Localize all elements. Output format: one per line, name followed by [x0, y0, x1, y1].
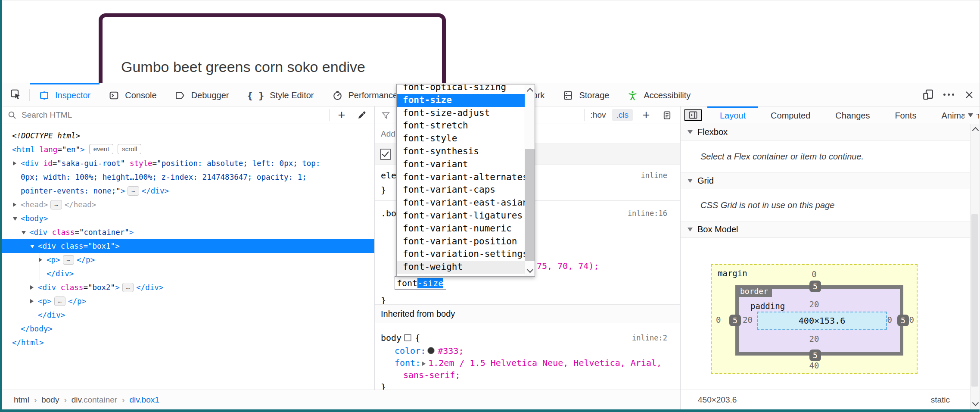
css-declaration-font[interactable]: font:1.2em / 1.5 Helvetica Neue, Helveti… — [395, 357, 667, 369]
markup-node[interactable]: pointer-events: none;">…</div> — [2, 184, 374, 198]
event-badge[interactable]: event — [89, 144, 114, 154]
rule-source-link[interactable]: inline:16 — [628, 206, 667, 220]
markup-node[interactable]: <div class="container"> — [2, 225, 374, 239]
margin-bottom-value[interactable]: 40 — [712, 361, 917, 370]
section-header-flexbox[interactable]: Flexbox — [681, 124, 971, 140]
tab-storage[interactable]: Storage — [554, 83, 618, 106]
tab-performance[interactable]: Performance — [323, 83, 407, 106]
collapsed-content-chip[interactable]: … — [63, 255, 74, 265]
add-rule-button[interactable]: + — [639, 111, 653, 119]
dropdown-scrollbar[interactable] — [525, 84, 535, 276]
tab-layout[interactable]: Layout — [707, 106, 758, 124]
tab-console[interactable]: Console — [100, 83, 165, 106]
scrollbar-thumb[interactable] — [971, 214, 978, 387]
autocomplete-item[interactable]: font-variant-position — [397, 235, 525, 248]
markup-node[interactable]: </div> — [2, 308, 374, 322]
pseudo-class-toggle[interactable]: :hov — [591, 110, 606, 120]
breadcrumb-item[interactable]: body — [41, 395, 59, 405]
autocomplete-item[interactable]: font-variant-alternates — [397, 171, 525, 184]
sidebar-scrollbar[interactable] — [970, 124, 979, 409]
add-node-button[interactable]: + — [334, 111, 349, 119]
box-model-content-box[interactable]: 400×153.6 — [757, 312, 887, 330]
new-property-input[interactable]: font-size — [395, 276, 446, 290]
autocomplete-item[interactable]: font-synthesis — [397, 145, 525, 158]
markup-node[interactable]: <!DOCTYPE html> — [2, 129, 374, 143]
rule-source-link[interactable]: inline — [641, 169, 667, 182]
class-panel-toggle[interactable]: .cls — [612, 109, 633, 121]
autocomplete-item[interactable]: font-variant — [397, 158, 525, 171]
autocomplete-item[interactable]: font-weight — [397, 261, 525, 274]
print-simulation-button[interactable] — [660, 110, 674, 120]
padding-top-value[interactable]: 20 — [712, 300, 917, 309]
markup-node[interactable]: <div class="box2">…</div> — [2, 281, 374, 294]
collapsed-content-chip[interactable]: … — [122, 283, 134, 292]
autocomplete-item[interactable]: font-variant-caps — [397, 184, 525, 197]
css-declaration-color[interactable]: color:#333; — [395, 345, 667, 357]
autocomplete-item[interactable]: font-optical-sizing — [397, 84, 525, 94]
markup-node[interactable]: <div class="box1"> — [2, 239, 374, 253]
markup-node[interactable]: <head>…</head> — [2, 198, 374, 212]
padding-bottom-value[interactable]: 20 — [712, 334, 917, 343]
responsive-design-mode-button[interactable] — [918, 83, 938, 106]
margin-right-value[interactable]: 0 — [909, 315, 914, 325]
rule-source-link[interactable]: inline:2 — [632, 332, 667, 344]
border-top-value[interactable]: 5 — [809, 281, 821, 292]
autocomplete-item[interactable]: font-size-adjust — [397, 107, 525, 120]
margin-top-value[interactable]: 0 — [712, 269, 917, 279]
markup-node[interactable]: 0px; width: 100%; height…100%; z-index: … — [2, 170, 374, 184]
markup-node[interactable]: <p>…</p> — [2, 294, 374, 308]
markup-node[interactable]: <p>…</p> — [2, 253, 374, 267]
markup-node[interactable]: </html> — [2, 336, 374, 350]
expand-arrow-icon[interactable] — [30, 299, 34, 303]
collapse-arrow-icon[interactable] — [30, 245, 34, 248]
section-header-box-model[interactable]: Box Model — [681, 222, 971, 238]
scroll-up-icon[interactable] — [527, 88, 534, 95]
expand-sidebar-button[interactable] — [684, 109, 702, 121]
node-picker-button[interactable] — [2, 83, 29, 106]
scroll-badge[interactable]: scroll — [118, 144, 141, 154]
padding-left-value[interactable]: 20 — [743, 315, 753, 325]
tab-debugger[interactable]: Debugger — [166, 83, 238, 106]
breadcrumb-item[interactable]: div.box1 — [129, 395, 159, 405]
collapsed-content-chip[interactable]: … — [128, 186, 139, 196]
border-right-value[interactable]: 5 — [897, 315, 909, 326]
margin-left-value[interactable]: 0 — [716, 315, 721, 325]
expand-arrow-icon[interactable] — [13, 161, 16, 165]
markup-node[interactable]: </div> — [2, 267, 374, 281]
collapse-arrow-icon[interactable] — [22, 231, 26, 234]
border-left-value[interactable]: 5 — [729, 315, 741, 326]
close-devtools-button[interactable] — [959, 83, 980, 106]
tab-changes[interactable]: Changes — [823, 106, 882, 124]
scroll-down-icon[interactable] — [527, 266, 534, 273]
section-header-grid[interactable]: Grid — [681, 173, 971, 189]
autocomplete-item[interactable]: font-variation-settings — [397, 248, 525, 261]
expand-arrow-icon[interactable] — [13, 203, 16, 207]
search-input[interactable]: Search HTML — [22, 110, 325, 120]
meatball-menu-button[interactable] — [938, 83, 959, 106]
tab-accessibility[interactable]: Accessibility — [618, 83, 700, 106]
autocomplete-item[interactable]: font-style — [397, 132, 525, 145]
autocomplete-item[interactable]: font-variant-east-asian — [397, 197, 525, 209]
autocomplete-item[interactable]: font-variant-numeric — [397, 222, 525, 235]
autocomplete-item[interactable]: font-size — [397, 94, 525, 107]
highlight-target-icon[interactable] — [404, 334, 411, 341]
rule-selector-body[interactable]: inline:2 body{ — [381, 332, 667, 344]
breadcrumb-item[interactable]: html — [14, 395, 29, 405]
expand-value-icon[interactable] — [422, 362, 426, 366]
color-swatch[interactable] — [427, 347, 435, 354]
eyedropper-button[interactable] — [354, 110, 369, 120]
scrollbar-thumb[interactable] — [525, 149, 535, 261]
expand-arrow-icon[interactable] — [30, 285, 34, 290]
scroll-down-icon[interactable] — [972, 400, 979, 406]
autocomplete-item[interactable]: font-variant-ligatures — [397, 209, 525, 222]
expand-arrow-icon[interactable] — [39, 258, 42, 262]
tab-inspector[interactable]: Inspector — [30, 83, 100, 106]
collapse-arrow-icon[interactable] — [13, 217, 17, 221]
autocomplete-item[interactable]: font-stretch — [397, 119, 525, 132]
tab-computed[interactable]: Computed — [758, 106, 823, 124]
all-tabs-menu-button[interactable] — [964, 106, 977, 124]
collapsed-content-chip[interactable]: … — [54, 297, 65, 306]
collapsed-content-chip[interactable]: … — [50, 200, 62, 209]
border-bottom-value[interactable]: 5 — [809, 350, 821, 361]
tab-fonts[interactable]: Fonts — [882, 106, 929, 124]
